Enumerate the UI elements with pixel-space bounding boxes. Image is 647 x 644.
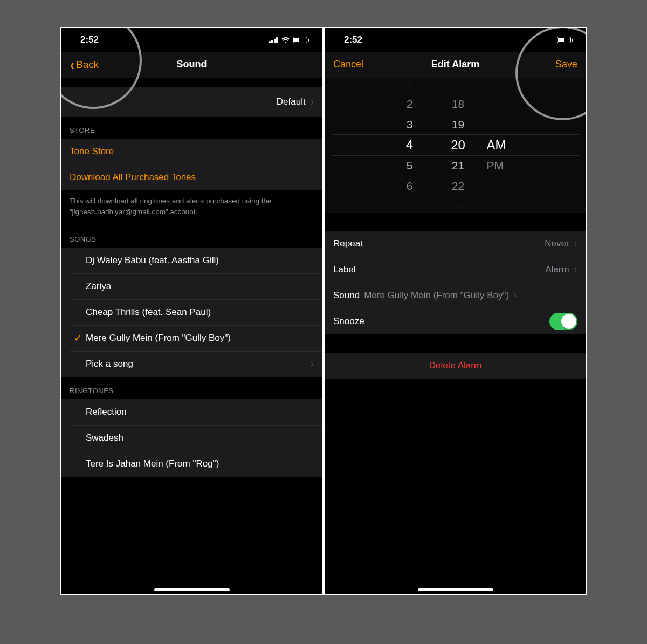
home-indicator[interactable] (418, 588, 493, 591)
section-header-ringtones: RINGTONES (61, 377, 322, 399)
nav-bar: ‹ Back Sound (61, 52, 322, 78)
chevron-right-icon: › (514, 289, 517, 303)
ringtone-row[interactable]: Tere Is Jahan Mein (From "Rog") (61, 451, 322, 477)
section-header-store: STORE (61, 117, 322, 139)
song-row[interactable]: Zariya (61, 273, 322, 299)
ringtone-row[interactable]: Swadesh (61, 425, 322, 451)
repeat-row[interactable]: Repeat Never › (325, 231, 586, 257)
chevron-right-icon: › (311, 95, 313, 109)
snooze-toggle[interactable] (549, 313, 577, 330)
battery-icon (293, 37, 307, 43)
back-button[interactable]: ‹ Back (70, 59, 99, 71)
song-row-selected[interactable]: ✓ Mere Gully Mein (From "Gully Boy") (61, 325, 322, 351)
picker-hour-column[interactable]: 1 2 3 4 5 6 7 (386, 78, 434, 213)
status-time: 2:52 (80, 35, 99, 45)
chevron-left-icon: ‹ (71, 60, 74, 68)
vibration-default-row[interactable]: Default › (61, 87, 322, 117)
battery-icon (557, 37, 571, 43)
cellular-icon (269, 37, 278, 43)
checkmark-icon: ✓ (70, 332, 86, 344)
song-row[interactable]: Cheap Thrills (feat. Sean Paul) (61, 299, 322, 325)
pick-a-song-row[interactable]: Pick a song › (61, 351, 322, 377)
picker-ampm-column[interactable]: AM PM (483, 78, 526, 213)
nav-title: Edit Alarm (387, 59, 524, 70)
tone-store-row[interactable]: Tone Store (61, 139, 322, 165)
status-bar: 2:52 (325, 28, 586, 52)
nav-bar: Cancel Edit Alarm Save (325, 52, 586, 78)
nav-title: Sound (123, 59, 260, 70)
sound-row[interactable]: Sound Mere Gully Mein (From "Gully Boy")… (325, 283, 586, 309)
picker-minute-column[interactable]: 17 18 19 20 21 22 23 (434, 78, 483, 213)
cancel-button[interactable]: Cancel (333, 59, 363, 70)
section-header-songs: SONGS (61, 225, 322, 248)
save-button[interactable]: Save (555, 59, 577, 70)
status-time: 2:52 (344, 35, 362, 45)
chevron-right-icon: › (574, 237, 576, 251)
label-row[interactable]: Label Alarm › (325, 257, 586, 283)
ringtone-row[interactable]: Reflection (61, 399, 322, 425)
download-all-row[interactable]: Download All Purchased Tones (61, 165, 322, 190)
screenshot-edit-alarm-screen: 2:52 Cancel Edit Alarm Save 1 2 3 4 (325, 28, 586, 594)
snooze-row: Snooze (325, 309, 586, 334)
section-footer-store: This will download all ringtones and ale… (61, 190, 322, 225)
delete-alarm-button[interactable]: Delete Alarm (325, 353, 586, 379)
song-row[interactable]: Dj Waley Babu (feat. Aastha Gill) (61, 248, 322, 273)
status-bar: 2:52 (61, 28, 322, 52)
chevron-right-icon: › (574, 263, 576, 277)
wifi-icon (281, 37, 290, 44)
time-picker[interactable]: 1 2 3 4 5 6 7 17 18 19 20 21 22 23 (325, 78, 586, 213)
screenshot-sound-screen: 2:52 ‹ Back Sound Default › STORE (61, 28, 322, 594)
chevron-right-icon: › (311, 357, 313, 371)
home-indicator[interactable] (154, 588, 230, 591)
